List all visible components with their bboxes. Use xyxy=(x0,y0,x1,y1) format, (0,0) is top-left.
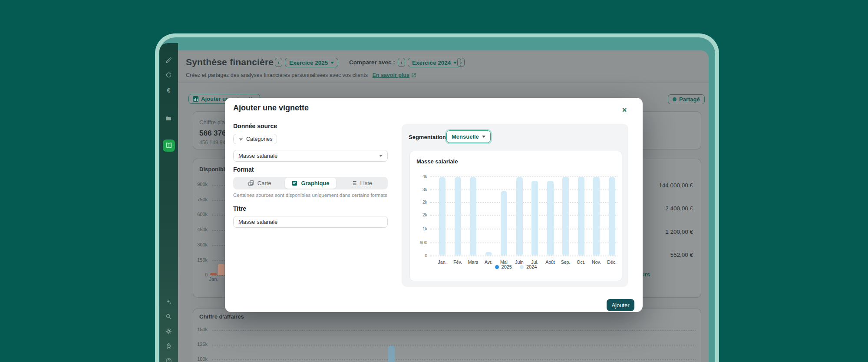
sidebar: € xyxy=(159,43,178,362)
sidebar-item-reports-active[interactable] xyxy=(163,139,175,152)
folder-icon xyxy=(165,115,172,122)
exercise-prev-button[interactable]: ‹ xyxy=(275,58,282,67)
chevron-down-icon xyxy=(482,136,485,138)
availability-bar-2 xyxy=(218,264,224,275)
learn-more-link[interactable]: En savoir plus xyxy=(372,72,416,78)
graphique-label: Graphique xyxy=(301,180,329,186)
gear-icon xyxy=(165,328,172,335)
bg-y-tick-label: 125k xyxy=(193,342,208,347)
source-select[interactable]: Masse salariale xyxy=(233,150,388,162)
sidebar-item-launch[interactable] xyxy=(159,343,178,349)
bg-gridline xyxy=(212,330,696,331)
y-tick-label: 0 xyxy=(410,253,427,258)
chart-preview-card: Masse salariale 2025 2024 4k3k2k2k1k6000… xyxy=(409,151,622,281)
compare-label: Comparer avec : xyxy=(349,59,395,66)
chevron-down-icon xyxy=(453,62,457,64)
data-source-label: Donnée source xyxy=(233,123,277,130)
y-tick-label: 600 xyxy=(410,240,427,245)
screenshot-stage: € Synthèse financière ‹ Exercice 2025 Co… xyxy=(0,0,868,362)
bg-gridline xyxy=(212,345,696,345)
y-tick-label: 2k xyxy=(410,199,427,205)
bg-y-tick-label: 150k xyxy=(193,257,208,262)
list-icon xyxy=(351,180,357,186)
exercise-2024-dropdown[interactable]: Exercice 2024 xyxy=(408,58,461,67)
bar-2024 xyxy=(547,181,554,256)
tile-chart-icon xyxy=(193,96,198,102)
exercise-2025-dropdown[interactable]: Exercice 2025 xyxy=(285,58,338,67)
chevron-right-icon: › xyxy=(460,59,462,66)
sync-icon xyxy=(165,72,172,78)
chart-icon xyxy=(291,180,298,186)
categories-filter-button[interactable]: Catégories xyxy=(233,134,277,144)
bg-y-tick-label: 100k xyxy=(193,356,208,362)
sparkles-icon xyxy=(165,299,172,305)
sidebar-item-euro[interactable]: € xyxy=(159,86,178,94)
chevron-left-icon: ‹ xyxy=(400,59,402,66)
chevron-down-icon xyxy=(379,155,383,157)
bg-y-tick-label: 0 xyxy=(193,272,208,277)
liste-label: Liste xyxy=(360,180,372,186)
euro-icon: € xyxy=(167,86,170,94)
learn-more-label: En savoir plus xyxy=(372,72,409,78)
segmentation-value: Mensuelle xyxy=(452,133,479,140)
bar-2024 xyxy=(593,177,600,256)
titre-label: Titre xyxy=(233,205,246,212)
sidebar-item-edit[interactable] xyxy=(159,57,178,63)
bg-y-tick-label: 450k xyxy=(193,227,208,232)
add-tile-modal: Ajouter une vignette ✕ Donnée source Cat… xyxy=(225,98,643,312)
compare-next-button[interactable]: › xyxy=(457,58,465,67)
subtitle-text: Créez et partagez des analyses financièr… xyxy=(186,72,368,78)
compare-prev-button[interactable]: ‹ xyxy=(398,58,405,67)
segmentation-dropdown[interactable]: Mensuelle xyxy=(446,130,491,143)
close-icon[interactable]: ✕ xyxy=(622,106,627,113)
carte-label: Carte xyxy=(257,180,271,186)
gridline xyxy=(430,256,617,256)
categories-label: Catégories xyxy=(246,136,272,142)
question-icon xyxy=(165,358,172,362)
status-dot-icon xyxy=(673,97,677,101)
y-tick-label: 4k xyxy=(410,174,427,179)
legend-label-2025: 2025 xyxy=(502,264,512,269)
sidebar-item-settings[interactable] xyxy=(159,328,178,335)
month-label: Déc. xyxy=(602,259,621,265)
y-tick-label: 2k xyxy=(410,212,427,217)
card-icon xyxy=(248,180,254,186)
sidebar-item-help[interactable] xyxy=(159,358,178,362)
format-option-carte[interactable]: Carte xyxy=(234,178,285,189)
bar-2024 xyxy=(516,177,523,256)
format-label: Format xyxy=(233,166,254,173)
external-link-icon xyxy=(411,73,416,78)
format-hint: Certaines sources sont disponibles uniqu… xyxy=(233,193,387,198)
page-subtitle: Créez et partagez des analyses financièr… xyxy=(186,72,416,78)
chart-title: Masse salariale xyxy=(416,158,458,165)
bg-y-tick-label: 900k xyxy=(193,182,208,187)
sidebar-item-sync[interactable] xyxy=(159,72,178,78)
chart-legend: 2025 2024 xyxy=(410,264,622,269)
legend-dot-2025 xyxy=(495,265,499,269)
title-input[interactable] xyxy=(233,216,388,228)
format-option-graphique[interactable]: Graphique xyxy=(285,178,336,189)
bar-2024 xyxy=(485,252,492,256)
legend-item-2024: 2024 xyxy=(520,264,537,269)
header-divider xyxy=(178,83,709,83)
submit-add-button[interactable]: Ajouter xyxy=(607,299,634,311)
y-tick-label: 3k xyxy=(410,187,427,192)
exercise-2025-label: Exercice 2025 xyxy=(289,60,328,66)
bar-2024 xyxy=(501,191,507,256)
bg-y-tick-label: 150k xyxy=(193,327,208,332)
bottom-chart-bar xyxy=(388,346,395,362)
sidebar-item-folder[interactable] xyxy=(159,115,178,122)
bg-y-tick-label: 600k xyxy=(193,212,208,217)
format-option-liste[interactable]: Liste xyxy=(336,178,387,189)
bottom-revenue-card: Chiffre d'affaires 150k125k100k xyxy=(193,309,701,362)
sidebar-item-ai[interactable] xyxy=(159,299,178,305)
bg-y-tick-label: 750k xyxy=(193,197,208,202)
legend-dot-2024 xyxy=(520,265,524,269)
segmentation-label: Segmentation xyxy=(409,134,446,140)
bar-2024 xyxy=(609,177,615,256)
exercise-2024-label: Exercice 2024 xyxy=(412,60,451,66)
y-tick-label: 1k xyxy=(410,226,427,231)
sidebar-item-search[interactable] xyxy=(159,313,178,320)
bar-2024 xyxy=(578,177,584,256)
bar-2024 xyxy=(562,177,569,256)
